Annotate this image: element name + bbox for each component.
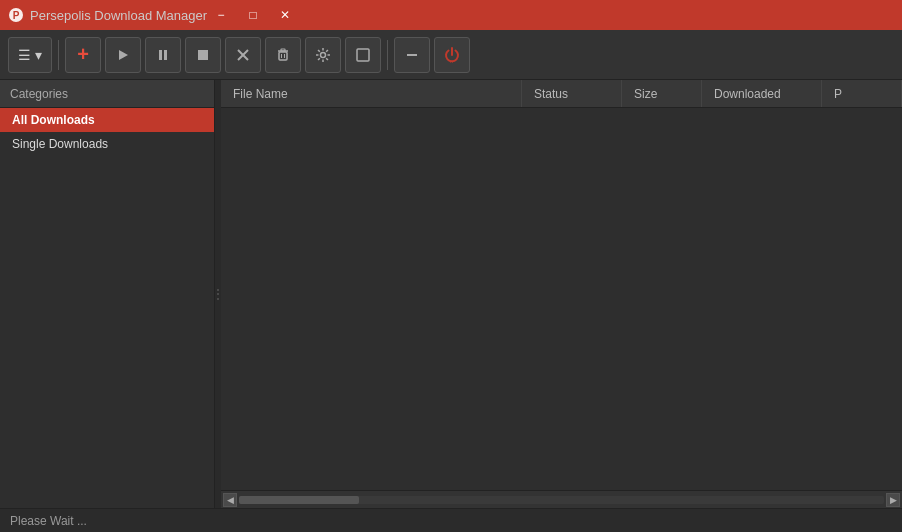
trash-icon: [276, 48, 290, 62]
status-text: Please Wait ...: [10, 514, 87, 528]
add-button[interactable]: +: [65, 37, 101, 73]
minimize-to-tray-button[interactable]: [394, 37, 430, 73]
svg-rect-5: [198, 50, 208, 60]
column-progress: P: [822, 80, 902, 107]
svg-point-13: [321, 52, 326, 57]
resume-button[interactable]: [105, 37, 141, 73]
maximize-button[interactable]: □: [239, 5, 267, 25]
download-area: File Name Status Size Downloaded P ◀ ▶: [221, 80, 902, 508]
svg-rect-4: [164, 50, 167, 60]
cancel-button[interactable]: [225, 37, 261, 73]
svg-marker-2: [119, 50, 128, 60]
svg-line-19: [326, 58, 328, 60]
horizontal-scrollbar[interactable]: ◀ ▶: [221, 490, 902, 508]
toolbar-separator-2: [387, 40, 388, 70]
svg-rect-10: [281, 49, 285, 51]
menu-button[interactable]: ☰ ▾: [8, 37, 52, 73]
svg-rect-3: [159, 50, 162, 60]
window-mode-button[interactable]: [345, 37, 381, 73]
x-icon: [236, 48, 250, 62]
scroll-left-arrow[interactable]: ◀: [223, 493, 237, 507]
main-content: Categories All Downloads Single Download…: [0, 80, 902, 508]
svg-rect-22: [357, 49, 369, 61]
column-size: Size: [622, 80, 702, 107]
pause-button[interactable]: [145, 37, 181, 73]
table-body: [221, 108, 902, 490]
svg-text:P: P: [13, 10, 20, 21]
pause-icon: [156, 48, 170, 62]
settings-button[interactable]: [305, 37, 341, 73]
svg-line-18: [318, 50, 320, 52]
app-icon: P: [8, 7, 24, 23]
window-controls: − □ ✕: [207, 5, 299, 25]
stop-button[interactable]: [185, 37, 221, 73]
sidebar-header: Categories: [0, 80, 214, 108]
power-button[interactable]: [434, 37, 470, 73]
sidebar-item-all-downloads[interactable]: All Downloads: [0, 108, 214, 132]
toolbar-separator-1: [58, 40, 59, 70]
delete-button[interactable]: [265, 37, 301, 73]
play-icon: [116, 48, 130, 62]
toolbar: ☰ ▾ +: [0, 30, 902, 80]
sidebar-item-single-downloads[interactable]: Single Downloads: [0, 132, 214, 156]
stop-icon: [196, 48, 210, 62]
sidebar: Categories All Downloads Single Download…: [0, 80, 215, 508]
svg-rect-8: [279, 52, 287, 60]
svg-line-21: [318, 58, 320, 60]
scroll-right-arrow[interactable]: ▶: [886, 493, 900, 507]
close-button[interactable]: ✕: [271, 5, 299, 25]
title-bar: P Persepolis Download Manager − □ ✕: [0, 0, 902, 30]
column-status: Status: [522, 80, 622, 107]
svg-line-20: [326, 50, 328, 52]
minimize-button[interactable]: −: [207, 5, 235, 25]
scroll-thumb[interactable]: [239, 496, 359, 504]
power-icon: [443, 46, 461, 64]
table-header: File Name Status Size Downloaded P: [221, 80, 902, 108]
scroll-track[interactable]: [239, 496, 884, 504]
window-title: Persepolis Download Manager: [30, 8, 207, 23]
minus-icon: [405, 48, 419, 62]
column-downloaded: Downloaded: [702, 80, 822, 107]
column-file-name: File Name: [221, 80, 522, 107]
gear-icon: [315, 47, 331, 63]
window-icon: [356, 48, 370, 62]
status-bar: Please Wait ...: [0, 508, 902, 532]
